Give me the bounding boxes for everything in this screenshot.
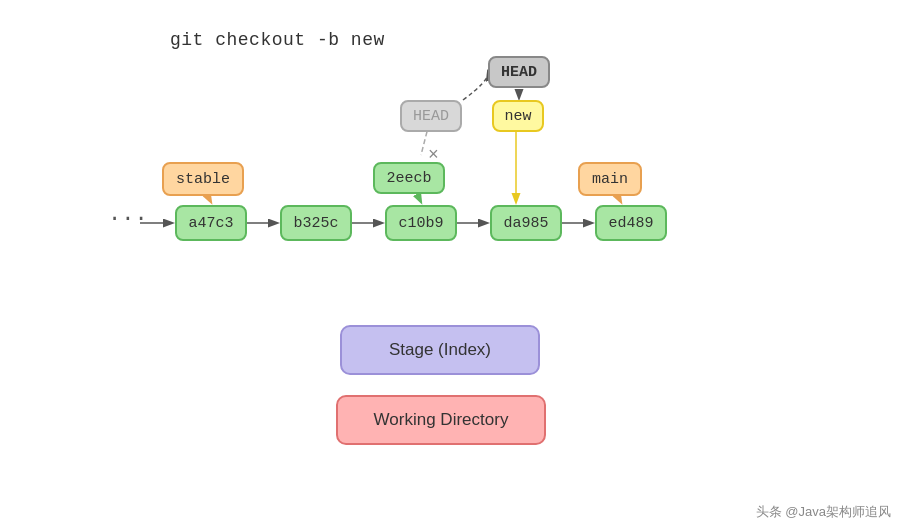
watermark: 头条 @Java架构师追风 [756,503,891,521]
head-old: HEAD [400,100,462,132]
branch-main: main [578,162,642,196]
dots-ellipsis: ··· [108,207,148,232]
git-command: git checkout -b new [170,30,385,50]
branch-stable: stable [162,162,244,196]
label-2eecb: 2eecb [373,162,445,194]
new-branch-label: new [492,100,544,132]
commit-ed489: ed489 [595,205,667,241]
working-directory-box: Working Directory [336,395,546,445]
commit-a47c3: a47c3 [175,205,247,241]
arrows-svg [0,0,907,529]
stage-index-box: Stage (Index) [340,325,540,375]
diagram-container: git checkout -b new [0,0,907,529]
head-new: HEAD [488,56,550,88]
commit-b325c: b325c [280,205,352,241]
x-mark: × [428,145,439,165]
commit-da985: da985 [490,205,562,241]
commit-c10b9: c10b9 [385,205,457,241]
